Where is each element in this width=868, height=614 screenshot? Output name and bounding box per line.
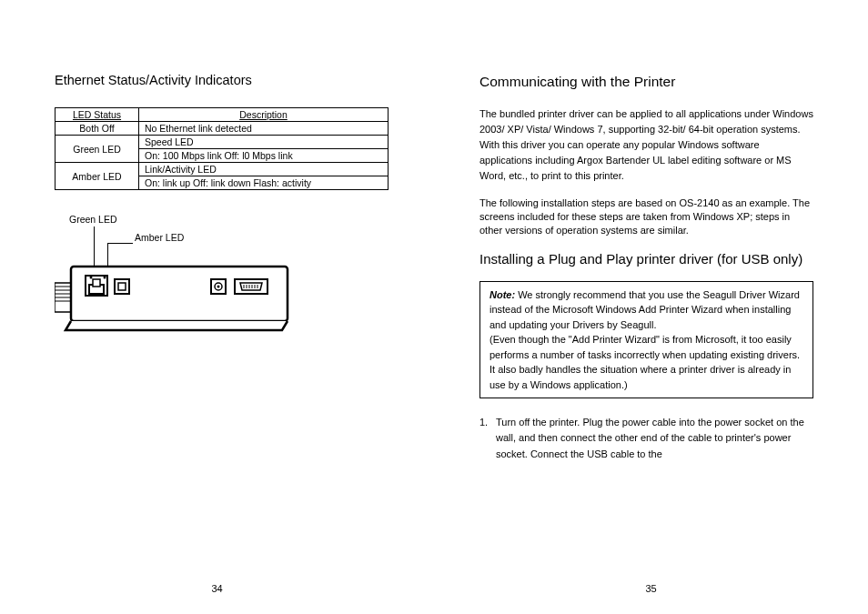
- table-row: Both Off No Ethernet link detected: [56, 122, 389, 136]
- right-heading-2: Installing a Plug and Play printer drive…: [479, 250, 813, 268]
- cell: No Ethernet link detected: [139, 122, 389, 136]
- cell: Amber LED: [56, 163, 139, 190]
- table-row: Amber LED Link/Activity LED: [56, 163, 389, 176]
- right-paragraph-1: The bundled printer driver can be applie…: [479, 106, 813, 184]
- left-heading: Ethernet Status/Activity Indicators: [55, 73, 389, 87]
- amber-led-label: Amber LED: [135, 232, 184, 243]
- cell: Speed LED: [139, 136, 389, 149]
- page-number-right: 35: [434, 583, 868, 594]
- printer-back-icon: [55, 261, 291, 343]
- right-paragraph-2: The following installation steps are bas…: [479, 196, 813, 237]
- note-title: Note:: [490, 289, 515, 300]
- page-number-left: 34: [0, 583, 434, 594]
- svg-rect-12: [115, 279, 129, 294]
- cell: Both Off: [56, 122, 139, 136]
- svg-point-11: [104, 277, 106, 279]
- cell: Green LED: [56, 136, 139, 163]
- step-1-text: Turn off the printer. Plug the power cab…: [496, 415, 810, 461]
- green-led-label: Green LED: [69, 214, 117, 225]
- cell: Link/Activity LED: [139, 163, 389, 176]
- device-diagram: Green LED Amber LED: [55, 225, 389, 357]
- cell: On: 100 Mbps link Off: l0 Mbps link: [139, 149, 389, 163]
- led-status-table: LED Status Description Both Off No Ether…: [55, 107, 389, 190]
- svg-rect-9: [93, 279, 100, 287]
- page-right: Communicating with the Printer The bundl…: [434, 0, 868, 614]
- th-status: LED Status: [56, 108, 139, 122]
- page-left: Ethernet Status/Activity Indicators LED …: [0, 0, 434, 614]
- amber-led-line-h: [107, 243, 133, 244]
- note-box: Note: We strongly recommend that you use…: [479, 281, 813, 399]
- right-heading-1: Communicating with the Printer: [479, 73, 813, 92]
- note-body: We strongly recommend that you use the S…: [490, 289, 800, 390]
- table-row: LED Status Description: [56, 108, 389, 122]
- cell: On: link up Off: link down Flash: activi…: [139, 176, 389, 190]
- svg-point-10: [90, 277, 93, 279]
- th-desc: Description: [139, 108, 389, 122]
- step-1: 1.Turn off the printer. Plug the power c…: [479, 415, 813, 461]
- table-row: Green LED Speed LED: [56, 136, 389, 149]
- svg-point-16: [217, 286, 220, 288]
- step-1-number: 1.: [479, 415, 496, 430]
